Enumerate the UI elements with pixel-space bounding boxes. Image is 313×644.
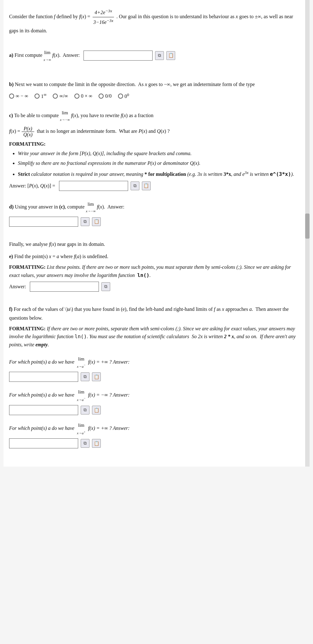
f-q1: For which point(s) a do we have lim x→a−…: [9, 355, 301, 370]
copy-btn-e[interactable]: ⧉: [101, 282, 110, 291]
formatting-f-label: FORMATTING:: [9, 326, 46, 331]
answer-f3-input[interactable]: [9, 438, 78, 448]
part-b: b) Next we want to compute the limit in …: [9, 80, 301, 100]
part-f: f) For each of the values of \)a\) that …: [9, 305, 301, 448]
answer-a-input[interactable]: [84, 51, 153, 61]
answer-e-input[interactable]: [30, 282, 99, 292]
gap-intro: Finally, we analyse f(x) near gaps in it…: [9, 240, 301, 248]
scrollbar-thumb[interactable]: [305, 214, 310, 239]
part-c-label: c): [9, 113, 13, 118]
radio-option-4[interactable]: 0 × ∞: [74, 93, 92, 99]
limit-d: lim x→−∞: [86, 200, 95, 214]
answer-d-row: ⧉ 📋: [9, 217, 301, 227]
radio-option-2[interactable]: 1∞: [35, 92, 47, 99]
copy-btn-a[interactable]: ⧉: [155, 51, 164, 60]
part-c: c) To be able to compute lim x→−∞ f(x), …: [9, 109, 301, 191]
page-container: Consider the function f defined by f(x) …: [3, 0, 310, 467]
intro-text: Consider the function f defined by f(x) …: [9, 8, 301, 35]
radio-option-1[interactable]: ∞ − ∞: [9, 93, 28, 99]
formatting-e-label: FORMATTING:: [9, 264, 46, 270]
formatting-f: FORMATTING: If there are two or more poi…: [9, 325, 301, 349]
radio-circle-4: [74, 94, 79, 99]
limit-a: lim x→∞: [44, 49, 51, 62]
radio-circle-5: [99, 94, 104, 99]
scrollbar[interactable]: [305, 0, 310, 467]
copy-btn-d[interactable]: ⧉: [81, 217, 89, 226]
part-a-label: a): [9, 52, 13, 58]
f-q2: For which point(s) a do we have lim x→a−…: [9, 388, 301, 403]
fmt-item-2: Simplify so there are no fractional expr…: [18, 159, 301, 167]
copy-btn-f3[interactable]: ⧉: [81, 439, 89, 448]
radio-option-5[interactable]: 0/0: [99, 93, 111, 99]
part-b-label: b): [9, 82, 13, 87]
answer-d-input[interactable]: [9, 217, 78, 227]
part-f-label: f): [9, 306, 13, 312]
fmt-item-1: Write your answer in the form [P(x), Q(x…: [18, 149, 301, 158]
paste-btn-c[interactable]: 📋: [142, 181, 151, 190]
paste-btn-f1[interactable]: 📋: [92, 372, 101, 381]
radio-option-6[interactable]: 00: [118, 92, 129, 99]
radio-circle-1: [9, 94, 14, 99]
main-function-fraction: 4+2e−3x 3−16e−3x: [91, 8, 115, 26]
radio-circle-2: [35, 94, 40, 99]
limit-c: lim x→−∞: [60, 109, 70, 123]
copy-btn-c[interactable]: ⧉: [131, 181, 139, 190]
radio-option-3[interactable]: ∞/∞: [53, 93, 68, 99]
paste-btn-a[interactable]: 📋: [166, 51, 175, 60]
answer-e-label: Answer:: [9, 284, 26, 290]
radio-circle-3: [53, 94, 58, 99]
limit-f1: lim x→a−: [77, 355, 86, 370]
limit-f2: lim x→a−: [77, 388, 86, 403]
radio-circle-6: [118, 94, 123, 99]
answer-c-row: Answer: [P(x), Q(x)] = ⧉ 📋: [9, 181, 301, 191]
paste-btn-f2[interactable]: 📋: [92, 406, 101, 414]
formatting-c: FORMATTING: Write your answer in the for…: [9, 140, 301, 178]
part-e-label: e): [9, 254, 13, 259]
copy-btn-f2[interactable]: ⧉: [81, 406, 89, 414]
fmt-item-3: Strict calculator notation is required i…: [18, 169, 301, 178]
pq-fraction: P(x) Q(x): [21, 126, 34, 138]
part-a: a) First compute lim x→∞ f(x). Answer: ⧉…: [9, 48, 301, 63]
part-e: e) Find the point(s) x = a where f(a) is…: [9, 252, 301, 292]
answer-f2-row: ⧉ 📋: [9, 405, 301, 415]
answer-f3-row: ⧉ 📋: [9, 438, 301, 448]
answer-c-input[interactable]: [59, 181, 128, 191]
paste-btn-f3[interactable]: 📋: [92, 439, 101, 448]
radio-options: ∞ − ∞ 1∞ ∞/∞ 0 × ∞ 0/0 00: [9, 92, 301, 99]
limit-f3: lim x→a+: [77, 421, 86, 436]
answer-e-row: Answer: ⧉: [9, 282, 301, 292]
f-q3: For which point(s) a do we have lim x→a+…: [9, 421, 301, 436]
copy-btn-f1[interactable]: ⧉: [81, 372, 89, 381]
answer-f1-input[interactable]: [9, 372, 78, 382]
part-d-label: d): [9, 204, 13, 209]
answer-f1-row: ⧉ 📋: [9, 372, 301, 382]
formatting-c-list: Write your answer in the form [P(x), Q(x…: [18, 149, 301, 178]
paste-btn-d[interactable]: 📋: [92, 217, 101, 226]
part-d: d) Using your answer in (c), compute lim…: [9, 200, 301, 227]
answer-c-label: Answer: [P(x), Q(x)] =: [9, 183, 55, 189]
formatting-c-label: FORMATTING:: [9, 141, 46, 147]
formatting-e: FORMATTING: List these points. If there …: [9, 263, 301, 279]
answer-f2-input[interactable]: [9, 405, 78, 415]
